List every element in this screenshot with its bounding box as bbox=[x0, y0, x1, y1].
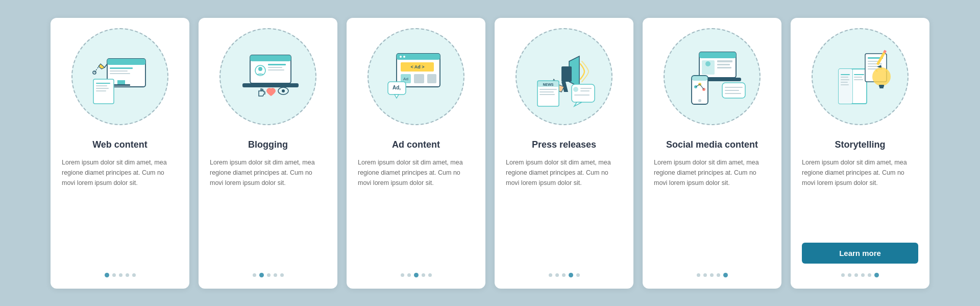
storytelling-icon bbox=[819, 36, 901, 117]
dot-active bbox=[259, 273, 264, 277]
svg-rect-42 bbox=[561, 66, 572, 82]
dot bbox=[422, 273, 425, 277]
card-body: Lorem ipsum dolor sit dim amet, mea regi… bbox=[347, 157, 485, 264]
card-title: Web content bbox=[86, 139, 154, 150]
dot-active bbox=[723, 273, 728, 277]
svg-rect-60 bbox=[717, 60, 732, 62]
svg-rect-9 bbox=[96, 85, 107, 86]
svg-rect-78 bbox=[841, 79, 849, 80]
blogging-icon bbox=[227, 36, 309, 117]
svg-rect-81 bbox=[854, 74, 864, 75]
dot bbox=[562, 273, 566, 277]
svg-rect-79 bbox=[841, 82, 848, 83]
card-body: Lorem ipsum dolor sit dim amet, mea regi… bbox=[495, 157, 633, 264]
card-icon-area: NEWS bbox=[495, 18, 633, 135]
svg-rect-5 bbox=[110, 70, 128, 72]
dots-row bbox=[105, 273, 136, 277]
svg-rect-77 bbox=[841, 77, 848, 78]
card-title: Social media content bbox=[660, 139, 764, 150]
card-body: Lorem ipsum dolor sit dim amet, mea regi… bbox=[51, 157, 189, 264]
card-press-releases: NEWS Press releases Lorem ipsum dolor si… bbox=[495, 18, 633, 289]
dot-active bbox=[105, 273, 109, 277]
card-social-media: Social media content Lorem ipsum dolor s… bbox=[643, 18, 781, 289]
svg-rect-6 bbox=[110, 73, 130, 74]
card-title: Blogging bbox=[242, 139, 294, 150]
svg-rect-82 bbox=[854, 77, 862, 78]
svg-point-32 bbox=[403, 56, 405, 58]
ad-content-icon: < Ad > Ad Ad, bbox=[375, 36, 457, 117]
svg-rect-71 bbox=[725, 90, 739, 91]
dot-active bbox=[874, 273, 879, 277]
svg-point-31 bbox=[400, 56, 402, 58]
svg-rect-94 bbox=[879, 85, 884, 87]
card-body: Lorem ipsum dolor sit dim amet, mea regi… bbox=[791, 157, 929, 233]
press-releases-icon: NEWS bbox=[523, 36, 605, 117]
dot bbox=[710, 273, 714, 277]
svg-rect-3 bbox=[112, 84, 130, 86]
dot bbox=[112, 273, 116, 277]
dot bbox=[576, 273, 580, 277]
svg-rect-37 bbox=[414, 74, 424, 83]
svg-rect-64 bbox=[692, 76, 708, 81]
learn-more-button[interactable]: Learn more bbox=[802, 243, 918, 264]
dot bbox=[401, 273, 404, 277]
card-icon-area bbox=[51, 18, 189, 135]
cards-container: Web content Lorem ipsum dolor sit dim am… bbox=[34, 4, 946, 303]
dots-row bbox=[549, 273, 580, 277]
svg-rect-10 bbox=[96, 88, 109, 89]
web-content-icon bbox=[79, 36, 161, 117]
svg-rect-72 bbox=[725, 93, 741, 94]
svg-marker-41 bbox=[395, 95, 399, 98]
svg-text:< Ad >: < Ad > bbox=[410, 64, 424, 69]
svg-point-59 bbox=[705, 61, 710, 66]
dot bbox=[703, 273, 707, 277]
dots-row bbox=[697, 273, 728, 277]
dots-row bbox=[841, 273, 879, 277]
svg-rect-51 bbox=[580, 88, 592, 89]
svg-point-50 bbox=[573, 87, 578, 92]
svg-rect-18 bbox=[242, 83, 299, 87]
dot bbox=[407, 273, 411, 277]
dots-row bbox=[253, 273, 284, 277]
svg-rect-48 bbox=[540, 94, 555, 95]
dot bbox=[267, 273, 271, 277]
dot bbox=[861, 273, 865, 277]
svg-rect-46 bbox=[540, 89, 557, 90]
svg-rect-30 bbox=[397, 54, 440, 60]
card-title: Press releases bbox=[526, 139, 602, 150]
card-icon-area bbox=[199, 18, 337, 135]
card-storytelling: Storytelling Lorem ipsum dolor sit dim a… bbox=[791, 18, 929, 289]
svg-rect-62 bbox=[717, 67, 731, 68]
svg-text:Ad,: Ad, bbox=[393, 85, 401, 90]
svg-rect-11 bbox=[96, 90, 106, 91]
card-blogging: Blogging Lorem ipsum dolor sit dim amet,… bbox=[199, 18, 337, 289]
card-ad-content: < Ad > Ad Ad, Ad content Lorem ipsum dol… bbox=[347, 18, 485, 289]
dot bbox=[848, 273, 851, 277]
dot bbox=[253, 273, 256, 277]
dot bbox=[697, 273, 700, 277]
svg-rect-80 bbox=[841, 84, 849, 85]
dot-active bbox=[569, 273, 573, 277]
svg-rect-56 bbox=[699, 52, 736, 58]
card-title: Ad content bbox=[386, 139, 446, 150]
svg-text:Ad: Ad bbox=[403, 77, 408, 81]
svg-marker-12 bbox=[99, 64, 105, 69]
svg-rect-4 bbox=[110, 67, 133, 69]
card-icon-area bbox=[643, 18, 781, 135]
dot bbox=[868, 273, 871, 277]
social-media-icon bbox=[671, 36, 753, 117]
svg-rect-83 bbox=[854, 79, 863, 80]
card-icon-area: < Ad > Ad Ad, bbox=[347, 18, 485, 135]
svg-rect-95 bbox=[879, 87, 884, 88]
dot bbox=[428, 273, 432, 277]
card-body: Lorem ipsum dolor sit dim amet, mea regi… bbox=[643, 157, 781, 264]
dot bbox=[549, 273, 552, 277]
svg-rect-52 bbox=[580, 90, 590, 91]
svg-point-25 bbox=[282, 89, 285, 92]
svg-text:NEWS: NEWS bbox=[543, 83, 554, 86]
svg-rect-38 bbox=[427, 74, 436, 83]
svg-point-93 bbox=[872, 67, 891, 86]
card-icon-area bbox=[791, 18, 929, 135]
svg-rect-22 bbox=[268, 67, 282, 68]
svg-rect-8 bbox=[96, 83, 110, 84]
